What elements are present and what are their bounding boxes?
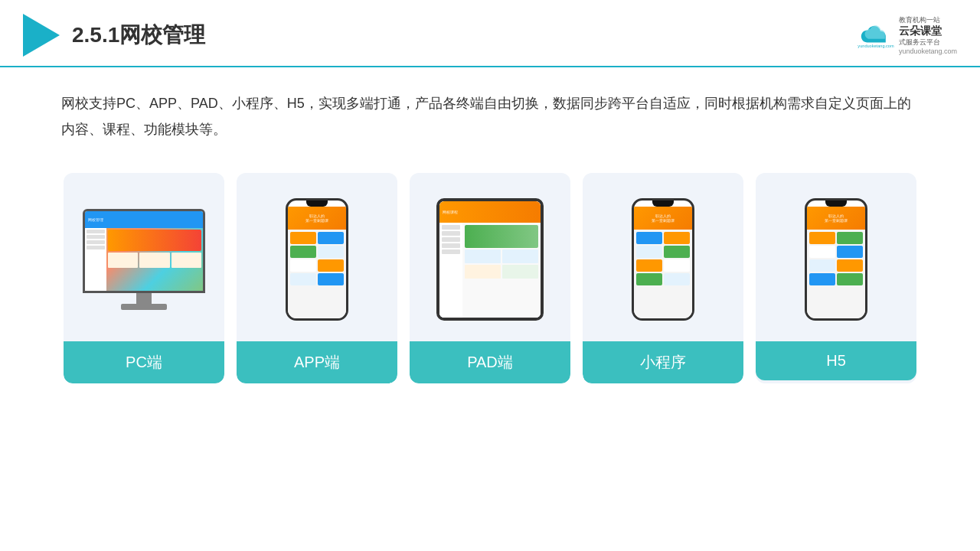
- card-h5: 职达人的第一堂刷题课: [756, 173, 916, 383]
- pad-tablet-icon: 网校课程: [436, 198, 544, 321]
- header-right: yunduoketang.com 教育机构一站 云朵课堂 式服务云平台 yund…: [858, 15, 957, 56]
- card-h5-label: H5: [756, 341, 916, 380]
- card-pad-image: 网校课程: [410, 173, 570, 341]
- card-app: 职达人的第一堂刷题课: [237, 173, 397, 383]
- card-pad: 网校课程: [410, 173, 570, 383]
- card-pc-label: PC端: [64, 341, 224, 383]
- description-text: 网校支持PC、APP、PAD、小程序、H5，实现多端打通，产品各终端自由切换，数…: [0, 67, 980, 150]
- pc-monitor-icon: 网校管理: [83, 209, 205, 310]
- card-pc: 网校管理: [64, 173, 224, 383]
- svg-text:yunduoketang.com: yunduoketang.com: [858, 44, 894, 48]
- card-app-label: APP端: [237, 341, 397, 383]
- brand-slogan2: 式服务云平台: [899, 37, 940, 47]
- card-pc-image: 网校管理: [64, 173, 224, 341]
- card-h5-image: 职达人的第一堂刷题课: [756, 173, 916, 341]
- brand-name: 云朵课堂: [899, 24, 942, 37]
- card-app-image: 职达人的第一堂刷题课: [237, 173, 397, 341]
- brand-logo: yunduoketang.com 教育机构一站 云朵课堂 式服务云平台 yund…: [858, 15, 957, 56]
- card-mini-label: 小程序: [583, 341, 743, 383]
- app-phone-icon: 职达人的第一堂刷题课: [286, 198, 348, 321]
- mini-phone-icon: 职达人的第一堂刷题课: [632, 198, 694, 321]
- logo-triangle-icon: [23, 14, 60, 57]
- description-paragraph: 网校支持PC、APP、PAD、小程序、H5，实现多端打通，产品各终端自由切换，数…: [61, 90, 919, 142]
- card-pad-label: PAD端: [410, 341, 570, 383]
- cloud-icon: yunduoketang.com: [858, 21, 894, 49]
- card-mini-image: 职达人的第一堂刷题课: [583, 173, 743, 341]
- brand-slogan: 教育机构一站: [899, 15, 940, 25]
- page-title: 2.5.1网校管理: [72, 21, 205, 50]
- header-left: 2.5.1网校管理: [23, 14, 205, 57]
- cards-container: 网校管理: [0, 150, 980, 406]
- h5-phone-icon: 职达人的第一堂刷题课: [805, 198, 867, 321]
- brand-url: yunduoketang.com: [899, 47, 957, 56]
- card-mini: 职达人的第一堂刷题课: [583, 173, 743, 383]
- brand-text: 教育机构一站 云朵课堂 式服务云平台 yunduoketang.com: [899, 15, 957, 56]
- page-header: 2.5.1网校管理 yunduoketang.com 教育机构一站 云朵课堂 式…: [0, 0, 980, 67]
